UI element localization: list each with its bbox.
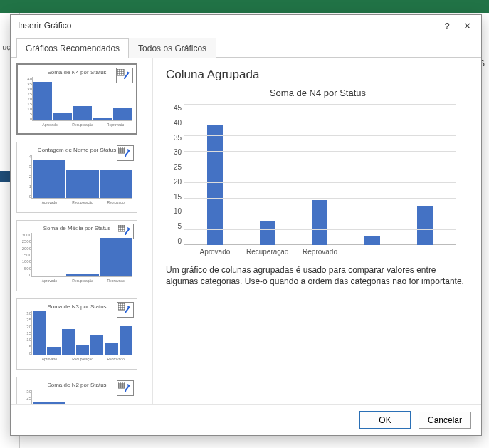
ytick-label: 15: [166, 193, 182, 201]
ok-button[interactable]: OK: [359, 411, 411, 429]
dialog-tabs: Gráficos Recomendados Todos os Gráficos: [11, 38, 481, 58]
chart-title: Soma de N4 por Status: [166, 88, 470, 98]
chart-bar: [260, 221, 275, 245]
chart-type-heading: Coluna Agrupada: [166, 68, 470, 82]
close-button[interactable]: ✕: [457, 18, 477, 33]
thumbnail-bar: [33, 276, 65, 277]
thumbnail-chart: 300025002000150010005000AprovadoRecupera…: [20, 233, 134, 286]
cancel-button[interactable]: Cancelar: [419, 412, 471, 429]
insert-chart-dialog: Inserir Gráfico ? ✕ Gráficos Recomendado…: [10, 14, 482, 436]
chart-yaxis: 454035302520151050: [166, 104, 184, 245]
thumbnail-bar: [33, 402, 65, 404]
thumbnail-bar: [33, 82, 52, 121]
thumbnail-bar: [33, 311, 46, 355]
dialog-titlebar: Inserir Gráfico ? ✕: [11, 15, 481, 36]
thumbnail-chart: 302520151050AprovadoRecuperaçãoReprovado: [20, 311, 134, 364]
ytick-label: 30: [166, 148, 182, 156]
ytick-label: 0: [166, 237, 182, 245]
chart-preview: Soma de N4 por Status 454035302520151050…: [166, 85, 470, 256]
svg-rect-0: [117, 69, 124, 75]
ytick-label: 25: [166, 163, 182, 171]
thumbnail-bar: [93, 118, 112, 121]
chart-type-description: Um gráfico de colunas agrupadas é usado …: [166, 264, 470, 287]
ytick-label: 45: [166, 104, 182, 112]
thumbnail-bar: [100, 170, 132, 199]
ytick-label: 5: [166, 222, 182, 230]
xtick-label: [346, 248, 399, 256]
thumbnail-bar: [66, 274, 98, 277]
tab-recommended[interactable]: Gráficos Recomendados: [16, 38, 129, 58]
thumbnail-chart: 4035302520151050AprovadoRecuperaçãoRepro…: [21, 77, 133, 130]
chart-xaxis: AprovadoRecuperaçãoReprovado: [184, 245, 456, 256]
recommended-thumbnails-pane[interactable]: Soma de N4 por Status4035302520151050Apr…: [11, 58, 153, 404]
help-button[interactable]: ?: [437, 18, 457, 33]
svg-rect-10: [118, 225, 125, 231]
dialog-title: Inserir Gráfico: [18, 21, 437, 31]
chart-thumbnail[interactable]: Soma de N4 por Status4035302520151050Apr…: [16, 63, 137, 135]
dialog-footer: OK Cancelar: [11, 404, 481, 435]
ytick-label: 20: [166, 178, 182, 186]
thumbnail-bar: [47, 347, 60, 355]
thumbnail-bar: [33, 160, 65, 199]
thumbnail-bar: [53, 113, 72, 121]
xtick-label: [399, 248, 451, 256]
svg-rect-15: [118, 303, 125, 310]
thumbnail-bar: [113, 108, 132, 121]
thumbnail-bar: [90, 335, 103, 355]
dialog-content: Soma de N4 por Status4035302520151050Apr…: [11, 58, 481, 404]
ytick-label: 35: [166, 134, 182, 142]
chart-bar: [364, 236, 380, 245]
chart-bars-region: [184, 104, 470, 245]
ytick-label: 40: [166, 119, 182, 127]
svg-rect-20: [118, 382, 125, 388]
thumbnail-chart: 43210AprovadoRecuperaçãoReprovado: [20, 155, 134, 207]
thumbnail-bar: [66, 170, 98, 199]
chart-plot-area: 454035302520151050: [166, 104, 470, 245]
chart-thumbnail[interactable]: Soma de Média por Status3000250020001500…: [16, 220, 137, 291]
thumbnail-bar: [120, 326, 132, 355]
xtick-label: Reprovado: [294, 248, 347, 256]
chart-bar: [207, 125, 223, 245]
chart-preview-pane: Coluna Agrupada Soma de N4 por Status 45…: [153, 58, 481, 404]
thumbnail-bar: [62, 329, 75, 355]
chart-bar: [417, 206, 433, 245]
chart-bar: [312, 200, 327, 245]
chart-thumbnail[interactable]: Soma de N2 por Status302520151050Aprovad…: [16, 377, 137, 404]
thumbnail-bar: [100, 238, 132, 277]
chart-thumbnail[interactable]: Contagem de Nome por Status43210Aprovado…: [16, 142, 137, 213]
thumbnail-chart: 302520151050AprovadoRecuperaçãoReprovado: [20, 390, 134, 404]
tab-all-charts[interactable]: Todos os Gráficos: [129, 38, 216, 58]
thumbnail-bar: [76, 345, 89, 355]
excel-ribbon-bg: [0, 0, 489, 13]
thumbnail-bar: [73, 106, 92, 121]
chart-thumbnail[interactable]: Soma de N3 por Status302520151050Aprovad…: [16, 298, 137, 370]
thumbnail-bar: [105, 343, 117, 355]
svg-rect-5: [118, 147, 125, 153]
xtick-label: Aprovado: [189, 248, 241, 256]
xtick-label: Recuperação: [241, 248, 294, 256]
ytick-label: 10: [166, 207, 182, 215]
